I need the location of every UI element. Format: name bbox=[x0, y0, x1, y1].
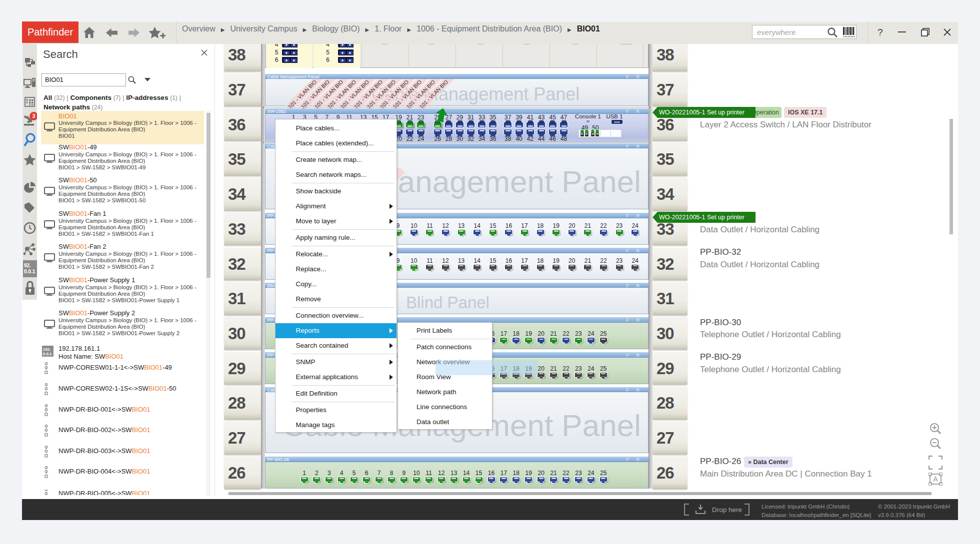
svg-text:A: A bbox=[933, 475, 938, 483]
